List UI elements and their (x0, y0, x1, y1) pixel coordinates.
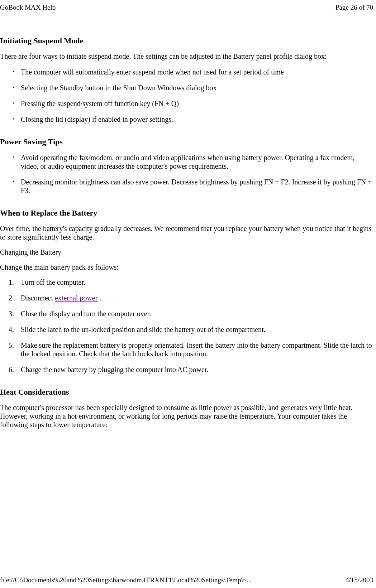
list-item: Pressing the suspend/system off function… (0, 99, 373, 108)
page-header: GoBook MAX Help Page 26 of 70 (0, 0, 376, 12)
heading-replace-battery: When to Replace the Battery (0, 208, 373, 218)
change-instruction: Change the main battery pack as follows: (0, 263, 373, 271)
heading-suspend-mode: Initiating Suspend Mode (0, 36, 373, 45)
list-item: Slide the latch to the un-locked positio… (0, 325, 373, 334)
footer-path: file://C:\Documents%20and%20Settings\har… (0, 576, 252, 584)
list-item: Disconnect external power . (0, 294, 373, 302)
page-footer: file://C:\Documents%20and%20Settings\har… (0, 576, 373, 584)
header-title: GoBook MAX Help (0, 4, 56, 12)
heading-power-tips: Power Saving Tips (0, 137, 373, 146)
list-item: Selecting the Standby button in the Shut… (0, 83, 373, 92)
battery-steps-list: Turn off the computer. Disconnect extern… (0, 278, 373, 374)
list-item: Charge the new battery by plugging the c… (0, 365, 373, 374)
external-power-link[interactable]: external power (55, 294, 97, 302)
suspend-intro: There are four ways to initiate suspend … (0, 52, 373, 61)
list-item: Decreasing monitor brightness can also s… (0, 178, 373, 195)
list-item: Avoid operating the fax/modem, or audio … (0, 153, 373, 170)
heat-intro: The computer's processor has been specia… (0, 403, 373, 429)
document-content: Initiating Suspend Mode There are four w… (0, 36, 376, 429)
replace-battery-intro: Over time, the battery's capacity gradua… (0, 224, 373, 241)
heading-heat-considerations: Heat Considerations (0, 387, 373, 397)
list-item: Close the display and turn the computer … (0, 309, 373, 318)
changing-battery-subheading: Changing the Battery (0, 248, 373, 256)
step-text-prefix: Disconnect (21, 294, 55, 302)
header-page-info: Page 26 of 70 (335, 4, 373, 12)
list-item: Make sure the replacement battery is pro… (0, 341, 373, 358)
power-tips-list: Avoid operating the fax/modem, or audio … (0, 153, 373, 195)
suspend-list: The computer will automatically enter su… (0, 68, 373, 124)
list-item: Turn off the computer. (0, 278, 373, 286)
list-item: Closing the lid (display) if enabled in … (0, 115, 373, 124)
footer-date: 4/15/2003 (346, 576, 373, 584)
list-item: The computer will automatically enter su… (0, 68, 373, 76)
step-text-suffix: . (97, 294, 101, 302)
